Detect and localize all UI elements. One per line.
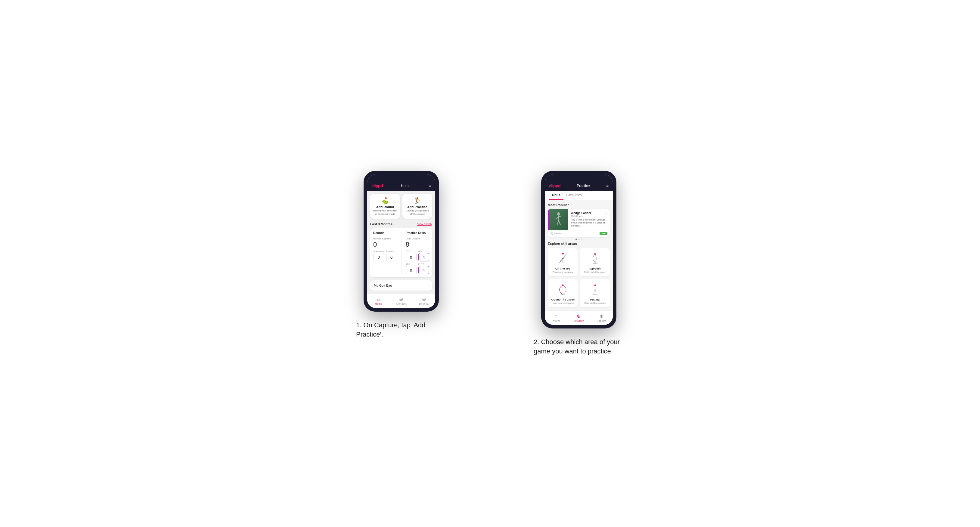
putt-stat: PUTT 4 [418,263,429,274]
svg-line-5 [558,221,560,225]
hamburger-icon-2[interactable]: ≡ [606,184,609,188]
phone2: clippd Practice ≡ Drills Favourites Most… [541,171,616,329]
add-round-desc: Record your shots fast or enhanced mode [372,210,398,216]
tournament-value: 0 [378,255,380,260]
app-value: 4 [423,255,425,260]
star-icon[interactable]: ☆ [604,211,608,216]
svg-point-7 [562,253,564,254]
phone2-notch [545,175,613,181]
activities-icon: ⊕ [391,296,411,302]
practice-icon: 🏌 [405,197,430,204]
phone1-title: Home [401,184,410,188]
phone1-bottom-nav: ⌂ Home ⊕ Activities ⊕ Capture [367,294,435,308]
practice-inner: Most Popular [545,200,613,310]
skill-off-the-tee[interactable]: Off The Tee Power and accuracy [548,248,578,276]
putt-label: PUTT [418,263,429,265]
capture-label: Capture [414,303,434,306]
add-round-card[interactable]: ⛳ Add Round Record your shots fast or en… [370,194,400,219]
svg-point-0 [557,213,560,215]
capture-icon: ⊕ [414,296,434,302]
ott-box: 0 [406,253,417,261]
activities-label: Activities [391,303,411,306]
app-label: APP [418,250,429,252]
putt-value: 4 [423,268,425,273]
ott-stat: OTT 0 [406,250,417,261]
home-icon-2: ⌂ [546,313,566,319]
explore-title: Explore skill areas [548,242,610,246]
putt-box: 4 [418,266,429,274]
phone1-header: clippd Home ≡ [367,181,435,191]
featured-card-content: Wedge Ladder 50-100 yds ☆ Play 1 shot at… [548,209,610,230]
off-the-tee-desc: Power and accuracy [551,271,574,273]
skill-around-the-green[interactable]: Around The Green Hone your short game [548,279,578,307]
rounds-capture-label: Rounds Capture [373,237,397,240]
phone2-screen: clippd Practice ≡ Drills Favourites Most… [545,175,613,325]
svg-point-13 [562,258,563,259]
wedge-ladder-title: Wedge Ladder [571,211,592,215]
nav-activities[interactable]: ⊕ Activities [390,294,412,308]
tournament-label: Tournament [373,250,384,252]
putting-svg [589,283,602,296]
caption2: 2. Choose which area of your game you wa… [534,338,624,356]
tab-favourites[interactable]: Favourites [563,191,585,200]
arg-stat: ARG 0 [406,263,417,274]
nav-home[interactable]: ⌂ Home [367,294,390,308]
tab-drills[interactable]: Drills [549,191,563,200]
putting-desc: Make and lag practice [583,302,607,305]
rounds-capture-value: 0 [373,241,397,248]
my-golf-bag[interactable]: My Golf Bag › [370,280,432,290]
approach-icon-area [583,251,607,266]
skill-approach[interactable]: Approach Dial-in to hit the green [580,248,610,276]
drills-sub-stats: OTT 0 APP 4 [406,250,430,261]
around-the-green-svg [556,283,570,296]
app-stat: APP 4 [418,250,429,261]
app-logo: clippd [371,184,383,188]
practice-drills-col: Practice Drills Drills Capture 8 OTT 0 [406,231,430,274]
phone2-title: Practice [577,184,590,188]
rounds-sub-stats: Tournament 0 Practice 0 [373,250,397,261]
arg-label: ARG [406,263,417,265]
tabs-row: Drills Favourites [545,191,613,200]
activities-label-2: Activities [568,319,589,322]
chevron-right-icon: › [427,283,429,287]
hamburger-icon[interactable]: ≡ [429,184,431,188]
view-activity-link[interactable]: View Activity [417,222,432,225]
ott-value: 0 [410,255,412,260]
app-badge: APP [600,232,608,235]
action-cards: ⛳ Add Round Record your shots fast or en… [370,194,432,219]
shots-label: 🕐 9 shots [550,232,562,235]
golf-bag-label: My Golf Bag [374,284,392,287]
phone1-section: clippd Home ≡ ⛳ Add Round Record your sh… [325,171,478,339]
app-logo-2: clippd [549,184,560,188]
off-the-tee-svg [556,252,570,265]
phone2-section: clippd Practice ≡ Drills Favourites Most… [502,171,655,356]
capture-label-2: Capture [592,319,612,322]
phone2-bottom-nav: ⌂ Home ⊕ Activities ⊕ Capture [545,310,613,325]
tournament-box: 0 [373,253,384,261]
add-practice-card[interactable]: 🏌 Add Practice Capture your practice off… [402,194,432,219]
approach-title: Approach [583,267,607,270]
off-the-tee-icon-area [551,251,574,266]
add-practice-title: Add Practice [405,205,430,209]
stats-container: Rounds Rounds Capture 0 Tournament 0 [370,228,432,277]
drills-capture-value: 8 [406,241,430,248]
nav2-home[interactable]: ⌂ Home [545,311,567,325]
add-round-title: Add Round [372,205,398,209]
most-popular-title: Most Popular [548,203,610,206]
drills-capture-label: Drills Capture [406,237,430,240]
around-the-green-icon-area [551,282,574,297]
arg-box: 0 [406,266,417,274]
golfer-svg [553,211,565,228]
capture-icon-2: ⊕ [592,313,612,319]
practice-label: Practice [386,250,397,252]
skill-putting[interactable]: Putting Make and lag practice [580,279,610,307]
featured-card[interactable]: Wedge Ladder 50-100 yds ☆ Play 1 shot at… [548,209,610,237]
last-months-header: Last 3 Months View Activity [370,222,432,226]
nav2-activities[interactable]: ⊕ Activities [567,311,590,325]
flag-icon: ⛳ [372,197,398,204]
nav-capture[interactable]: ⊕ Capture [413,294,435,308]
rounds-col: Rounds Rounds Capture 0 Tournament 0 [373,231,397,274]
nav2-capture[interactable]: ⊕ Capture [590,311,613,325]
svg-line-4 [557,221,558,225]
around-the-green-title: Around The Green [551,298,574,301]
